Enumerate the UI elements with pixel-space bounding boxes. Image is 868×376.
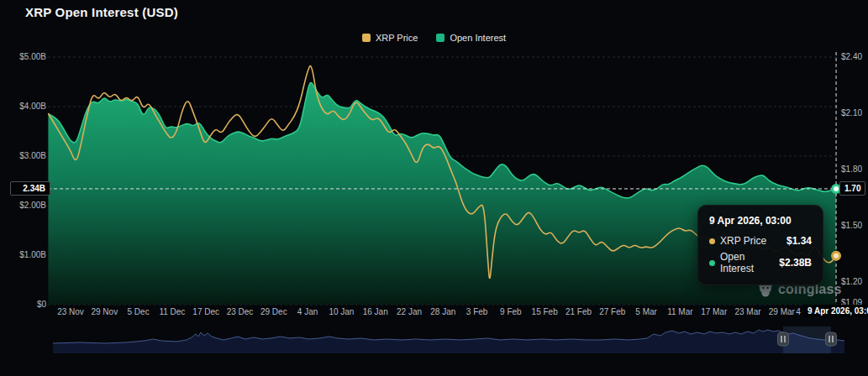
crosshair-right-axis-badge: 1.70 bbox=[839, 181, 865, 196]
navigator-right-handle[interactable] bbox=[826, 332, 837, 346]
right-axis-tick-label: $1.50 bbox=[841, 221, 862, 230]
xrp-price-marker-dot bbox=[833, 252, 840, 259]
tooltip-title: 9 Apr 2026, 03:00 bbox=[709, 215, 812, 227]
tooltip-series-name: XRP Price bbox=[720, 235, 781, 247]
chart-panel: XRP Open Interest (USD) XRP Price Open I… bbox=[0, 0, 868, 376]
navigator-selected-range[interactable] bbox=[783, 326, 831, 353]
range-navigator[interactable] bbox=[53, 326, 844, 353]
page-title: XRP Open Interest (USD) bbox=[25, 5, 178, 19]
legend-label-xrp-price: XRP Price bbox=[376, 33, 418, 43]
open-interest-swatch-icon bbox=[436, 34, 445, 42]
legend-label-open-interest: Open Interest bbox=[450, 33, 506, 43]
tooltip-row-open-interest: Open Interest $2.38B bbox=[709, 251, 812, 274]
legend: XRP Price Open Interest bbox=[0, 33, 868, 43]
tooltip-series-value: $1.34 bbox=[786, 235, 812, 247]
right-axis-tick-label: $2.40 bbox=[841, 52, 862, 61]
left-axis-tick-label: $0 bbox=[0, 300, 46, 309]
crosshair-date-badge: 9 Apr 2026, 03:00 bbox=[803, 305, 868, 317]
left-axis-tick-label: $5.00B bbox=[0, 52, 46, 61]
left-axis-tick-label: $1.00B bbox=[0, 250, 46, 259]
xrp-price-swatch-icon bbox=[362, 34, 371, 42]
right-axis-tick-label: $1.80 bbox=[841, 164, 862, 174]
legend-item-xrp-price[interactable]: XRP Price bbox=[362, 33, 418, 43]
left-axis-tick-label: $3.00B bbox=[0, 151, 46, 160]
price-oi-chart[interactable] bbox=[0, 0, 868, 376]
left-axis-tick-label: $4.00B bbox=[0, 102, 46, 111]
xrp-price-dot-icon bbox=[709, 238, 715, 244]
crosshair-left-axis-badge: 2.34B bbox=[10, 181, 50, 196]
tooltip: 9 Apr 2026, 03:00 XRP Price $1.34 Open I… bbox=[697, 205, 823, 285]
legend-item-open-interest[interactable]: Open Interest bbox=[436, 33, 506, 43]
tooltip-series-value: $2.38B bbox=[779, 257, 812, 269]
tooltip-row-xrp-price: XRP Price $1.34 bbox=[709, 235, 812, 247]
right-axis-tick-label: $2.10 bbox=[841, 108, 862, 118]
open-interest-dot-icon bbox=[709, 260, 715, 266]
left-axis-tick-label: $2.00B bbox=[0, 201, 46, 210]
navigator-left-handle[interactable] bbox=[778, 332, 789, 346]
right-axis-tick-label: $1.20 bbox=[841, 277, 862, 286]
tooltip-series-name: Open Interest bbox=[720, 251, 774, 274]
